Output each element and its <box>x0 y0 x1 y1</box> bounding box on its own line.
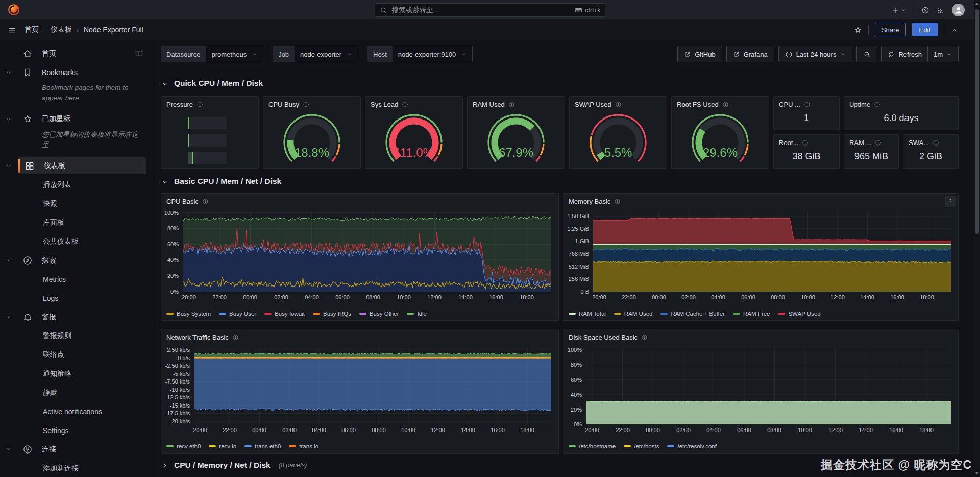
vertical-scrollbar[interactable] <box>974 0 980 477</box>
breadcrumb-item[interactable]: 仪表板 <box>51 25 72 34</box>
dock-menu-button[interactable] <box>135 49 146 58</box>
section-chevron[interactable] <box>5 69 18 76</box>
legend-item[interactable]: RAM Used <box>614 311 653 317</box>
section-chevron[interactable] <box>5 257 18 264</box>
sidebar-item-body[interactable]: 联络点 <box>18 346 146 363</box>
scroll-down-arrow[interactable] <box>975 472 979 474</box>
panel-info-button[interactable] <box>508 100 515 109</box>
panel-info-button[interactable] <box>933 138 939 147</box>
legend-item[interactable]: RAM Cache + Buffer <box>660 311 725 317</box>
legend-item[interactable]: Busy Iowait <box>264 311 305 317</box>
panel-header[interactable]: Network Traffic Basic <box>161 329 558 345</box>
panel-header[interactable]: Uptime <box>844 97 958 112</box>
section-chevron[interactable] <box>5 446 18 452</box>
star-dashboard-button[interactable] <box>854 25 862 34</box>
legend-item[interactable]: Idle <box>407 311 427 317</box>
sidebar-item-body[interactable]: 已加星标 <box>18 111 146 128</box>
sidebar-item-body[interactable]: 快照 <box>18 195 146 212</box>
legend-item[interactable]: RAM Total <box>569 311 606 317</box>
sidebar-item-首页[interactable]: 首页 <box>0 44 153 63</box>
sidebar-item-active-notifications[interactable]: Active notifications <box>0 402 153 421</box>
sidebar-item-body[interactable]: 通知策略 <box>18 365 146 382</box>
sidebar-item-通知策略[interactable]: 通知策略 <box>0 364 153 383</box>
time-range-picker[interactable]: Last 24 hours <box>778 46 853 62</box>
panel-header[interactable]: CPU ... <box>774 97 839 112</box>
panel-info-button[interactable] <box>875 138 881 147</box>
sidebar-item-静默[interactable]: 静默 <box>0 383 153 402</box>
sidebar-item-body[interactable]: 静默 <box>18 384 146 401</box>
link-button-grafana[interactable]: Grafana <box>726 46 774 62</box>
collapse-toolbar-chevron[interactable] <box>950 25 959 34</box>
sidebar-item-body[interactable]: 公共仪表板 <box>18 233 146 250</box>
edit-button[interactable]: Edit <box>912 23 938 36</box>
panel-info-button[interactable] <box>232 332 239 342</box>
sidebar-item-metrics[interactable]: Metrics <box>0 270 153 289</box>
scroll-up-arrow[interactable] <box>975 3 979 5</box>
new-menu-button[interactable] <box>892 5 906 14</box>
legend-item[interactable]: Busy Other <box>359 311 399 317</box>
panel-header[interactable]: SWA... <box>903 135 958 150</box>
sidebar-item-settings[interactable]: Settings <box>0 421 153 440</box>
section-chevron[interactable] <box>5 314 18 320</box>
share-button[interactable]: Share <box>875 23 906 36</box>
panel-header[interactable]: Root FS Used <box>672 97 769 112</box>
panel-header[interactable]: Sys Load <box>365 97 462 112</box>
chart-plot-area[interactable] <box>194 348 551 424</box>
sidebar-item-logs[interactable]: Logs <box>0 289 153 307</box>
chart-plot-area[interactable] <box>593 212 951 292</box>
panel-header[interactable]: RAM Used <box>468 97 565 112</box>
legend-item[interactable]: /etc/hostname <box>569 443 616 449</box>
panel-header[interactable]: Disk Space Used Basic <box>564 329 958 345</box>
sidebar-item-警报[interactable]: 警报 <box>0 307 153 326</box>
breadcrumb-item[interactable]: 首页 <box>24 25 39 34</box>
panel-header[interactable]: Memory Basic <box>564 194 958 209</box>
sidebar-item-添加新连接[interactable]: 添加新连接 <box>0 459 153 477</box>
sidebar-item-body[interactable]: 播放列表 <box>18 176 146 193</box>
zoom-out-time-button[interactable] <box>856 46 877 62</box>
sidebar-item-body[interactable]: 添加新连接 <box>18 460 146 476</box>
panel-info-button[interactable] <box>197 100 203 109</box>
panel-info-button[interactable] <box>722 100 729 109</box>
sidebar-item-body[interactable]: 警报规则 <box>18 327 146 344</box>
legend-item[interactable]: /etc/hosts <box>624 443 659 449</box>
sidebar-item-库面板[interactable]: 库面板 <box>0 213 153 232</box>
panel-header[interactable]: Pressure <box>161 97 258 112</box>
sidebar-item-body[interactable]: Logs <box>18 290 146 306</box>
panel-info-button[interactable] <box>303 100 309 109</box>
panel-header[interactable]: SWAP Used <box>570 97 667 112</box>
refresh-interval-select[interactable]: 1m <box>927 46 958 62</box>
sidebar-item-body[interactable]: 探索 <box>18 252 146 269</box>
panel-info-button[interactable] <box>641 332 648 342</box>
sidebar-item-bookmarks[interactable]: Bookmarks <box>0 63 153 82</box>
chart-plot-area[interactable] <box>586 348 951 424</box>
chart-plot-area[interactable] <box>183 212 551 292</box>
variable-value-select[interactable]: node-exporter <box>295 46 358 62</box>
panel-header[interactable]: Root... <box>774 135 839 150</box>
section-chevron[interactable] <box>5 162 18 169</box>
legend-item[interactable]: Busy IRQs <box>313 311 351 317</box>
sidebar-item-播放列表[interactable]: 播放列表 <box>0 175 153 194</box>
panel-header[interactable]: CPU Basic <box>161 194 558 209</box>
sidebar-item-body[interactable]: 首页 <box>18 45 146 62</box>
legend-item[interactable]: trans eth0 <box>244 443 281 449</box>
panel-header[interactable]: CPU Busy <box>263 97 360 112</box>
panel-info-button[interactable] <box>615 100 622 109</box>
variable-value-select[interactable]: node-exporter:9100 <box>393 46 473 62</box>
panel-info-button[interactable] <box>874 100 880 109</box>
sidebar-item-body[interactable]: 库面板 <box>18 214 146 231</box>
sidebar-item-探索[interactable]: 探索 <box>0 251 153 270</box>
legend-item[interactable]: Busy User <box>219 311 256 317</box>
sidebar-item-body[interactable]: 仪表板 <box>18 157 146 174</box>
panel-menu-button[interactable] <box>945 196 956 207</box>
search-input[interactable]: 搜索或跳转至... ctrl+k <box>374 3 606 17</box>
sidebar-item-body[interactable]: Settings <box>18 422 146 439</box>
sidebar-item-body[interactable]: Bookmarks <box>18 64 146 81</box>
panel-info-button[interactable] <box>614 197 621 206</box>
panel-header[interactable]: RAM ... <box>844 135 898 150</box>
sidebar-item-body[interactable]: Metrics <box>18 271 146 288</box>
legend-item[interactable]: /etc/resolv.conf <box>667 443 717 449</box>
legend-item[interactable]: trans lo <box>289 443 318 449</box>
news-button[interactable] <box>937 5 945 14</box>
legend-item[interactable]: SWAP Used <box>778 311 820 317</box>
panel-info-button[interactable] <box>802 138 808 147</box>
